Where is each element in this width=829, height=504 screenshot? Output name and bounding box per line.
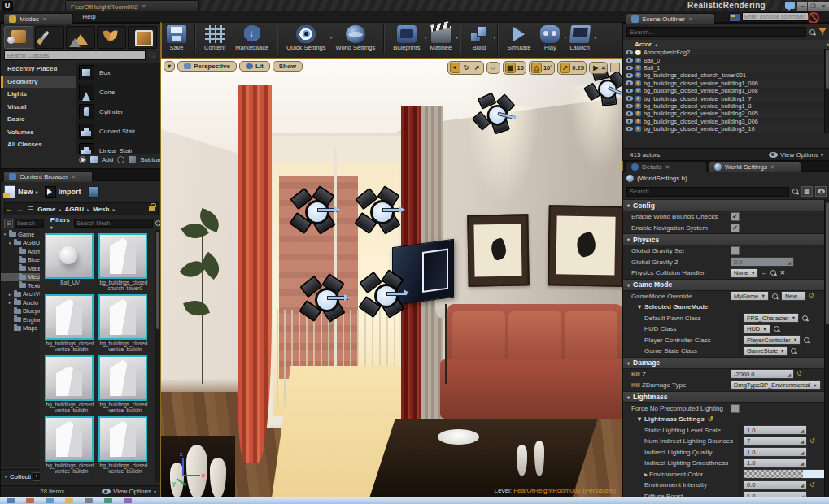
move-tool-icon[interactable]: + xyxy=(450,63,460,73)
breadcrumb-mesh[interactable]: Mesh xyxy=(93,206,109,213)
value-field[interactable]: 1.0◢ xyxy=(744,458,807,468)
feedback-bubble-icon[interactable] xyxy=(785,2,795,9)
modes-tab-close-icon[interactable]: ✕ xyxy=(42,16,47,23)
subsection-lightmass-settings[interactable]: ▾Lightmass Settings↺ xyxy=(623,414,824,425)
category-recently-placed[interactable]: Recently Placed xyxy=(1,63,76,76)
spinner-icon[interactable]: ◢ xyxy=(787,259,791,265)
filters-button[interactable]: Filters ▾ xyxy=(50,216,71,231)
actor-row[interactable]: Ball_1 xyxy=(623,64,824,72)
dropdown[interactable]: PlayerController▼ xyxy=(744,335,801,345)
placement-item-cone[interactable]: Cone xyxy=(76,82,161,102)
visibility-eye-icon[interactable] xyxy=(626,127,633,132)
modes-tab[interactable]: Modes ✕ xyxy=(3,13,73,24)
tree-item-maps[interactable]: Maps xyxy=(1,324,40,333)
build-button[interactable]: Build▾ xyxy=(465,24,494,52)
dropdown[interactable]: HUD▼ xyxy=(744,324,770,334)
visibility-eye-icon[interactable] xyxy=(626,50,633,55)
category-all-classes[interactable]: All Classes xyxy=(1,138,76,151)
value-field[interactable]: -2000.0◢ xyxy=(731,369,794,379)
tree-expander-icon[interactable]: ▾ xyxy=(2,232,7,237)
spotlight-sprite[interactable] xyxy=(304,278,348,319)
show-flags-button[interactable]: Show xyxy=(273,61,303,72)
browse-icon[interactable] xyxy=(771,293,779,300)
actor-row[interactable]: bg_buildings_closed_venice_building3_10 xyxy=(623,125,824,133)
foliage-mode-button[interactable] xyxy=(97,26,126,49)
dropdown[interactable]: MyGame▼ xyxy=(731,291,769,301)
launch-button[interactable]: Launch▾ xyxy=(565,24,595,52)
angle-snap-control[interactable]: △ 10° xyxy=(529,61,555,75)
content-button[interactable]: Content xyxy=(199,24,230,52)
asset-tile[interactable]: Ball_UV xyxy=(45,233,95,291)
viewport-scene[interactable] xyxy=(161,59,622,497)
placement-item-cylinder[interactable]: Cylinder xyxy=(76,102,161,121)
grid-snap-control[interactable]: ▦ 10 xyxy=(503,61,526,75)
tree-item-game[interactable]: ▾Game xyxy=(1,230,40,239)
save-button[interactable]: Save xyxy=(162,24,191,52)
view-mode-button[interactable]: Perspective xyxy=(177,61,237,72)
details-tab[interactable]: Details ✕ xyxy=(626,161,707,172)
spotlight-sprite[interactable] xyxy=(360,190,404,231)
section-header-damage[interactable]: ▾Damage xyxy=(623,357,824,369)
asset-tile[interactable]: bg_buildings_closed_venice_buildin xyxy=(45,355,95,413)
marketplace-button[interactable]: Marketplace xyxy=(230,24,273,52)
placement-item-linear-stair[interactable]: Linear Stair xyxy=(76,141,161,154)
actor-row[interactable]: Ball_0 xyxy=(623,56,824,63)
tree-item-archvis[interactable]: ▸ArchVis xyxy=(1,290,40,299)
browse-icon[interactable] xyxy=(773,325,780,332)
asset-tile[interactable]: bg_buildings_closed_venice_buildin xyxy=(98,355,149,413)
camera-speed-control[interactable]: ▶ 4 xyxy=(589,62,608,74)
actor-row[interactable]: bg_buildings_closed_venice_building1_8 xyxy=(623,102,824,110)
close-button[interactable]: ✕ xyxy=(818,2,829,11)
actor-row[interactable]: bg_buildings_closed_venice_building1_7 xyxy=(623,94,824,102)
visibility-eye-icon[interactable] xyxy=(626,89,633,93)
section-header-game-mode[interactable]: ▾Game Mode xyxy=(623,279,824,291)
console-command-input[interactable] xyxy=(742,12,809,21)
category-visual[interactable]: Visual xyxy=(1,101,76,114)
category-lights[interactable]: Lights xyxy=(1,88,76,101)
spinner-icon[interactable]: ◢ xyxy=(800,493,804,497)
section-header-physics[interactable]: ▾Physics xyxy=(623,233,824,245)
settings-scrollbar[interactable] xyxy=(824,199,829,497)
outliner-search-input[interactable] xyxy=(626,27,806,37)
category-basic[interactable]: Basic xyxy=(1,113,76,126)
section-header-lightmass[interactable]: ▾Lightmass xyxy=(623,391,824,403)
property-matrix-icon[interactable]: ▦ xyxy=(801,186,813,197)
spinner-icon[interactable]: ◢ xyxy=(800,460,804,466)
display-options-button[interactable] xyxy=(815,186,827,197)
path-tree-icon[interactable]: ☰ xyxy=(28,206,33,213)
spinner-icon[interactable]: ◢ xyxy=(787,371,791,377)
actor-row[interactable]: AtmosphericFog2 xyxy=(623,49,824,56)
tree-item-blueprints[interactable]: Blueprints xyxy=(1,256,40,265)
tree-expander-icon[interactable]: ▸ xyxy=(7,300,12,305)
asset-tile[interactable]: bg_buildings_closed_venice_buildin xyxy=(45,294,95,352)
spinner-icon[interactable]: ◢ xyxy=(800,428,804,433)
property-expander-icon[interactable]: ▸ xyxy=(644,471,648,478)
tree-expander-icon[interactable]: ▸ xyxy=(7,292,12,297)
reset-to-default-icon[interactable]: ↺ xyxy=(809,482,815,489)
tree-item-mesh[interactable]: Mesh xyxy=(1,273,40,282)
place-mode-button[interactable] xyxy=(4,26,33,49)
clear-icon[interactable]: ✕ xyxy=(779,270,785,276)
visibility-eye-icon[interactable] xyxy=(626,111,633,116)
matinee-button[interactable]: Matinee▾ xyxy=(425,24,457,52)
reset-to-default-icon[interactable]: ↺ xyxy=(809,438,815,445)
reset-to-default-icon[interactable]: ↺ xyxy=(796,371,802,377)
outliner-scrollbar[interactable] xyxy=(824,49,829,133)
category-geometry[interactable]: Geometry xyxy=(1,76,76,89)
reset-to-default-icon[interactable]: ↺ xyxy=(809,293,814,299)
tree-item-audio[interactable]: ▸Audio xyxy=(1,298,40,307)
coordinate-space-toggle[interactable]: ○ xyxy=(486,62,500,74)
viewport-options-button[interactable]: ▾ xyxy=(164,61,175,72)
section-header-config[interactable]: ▾Config xyxy=(623,199,824,211)
checkbox[interactable] xyxy=(731,246,740,255)
visibility-eye-icon[interactable] xyxy=(626,66,633,71)
tree-expander-icon[interactable]: ▾ xyxy=(7,241,12,245)
world-settings-tab[interactable]: World Settings ✕ xyxy=(709,161,801,172)
tab-close-icon[interactable]: ✕ xyxy=(142,3,146,10)
browse-icon[interactable] xyxy=(770,269,777,276)
dropdown[interactable]: GameState▼ xyxy=(744,346,788,356)
save-all-icon[interactable] xyxy=(88,186,99,198)
no-notifications-icon[interactable] xyxy=(808,12,819,24)
subsection-selected-gamemode[interactable]: ▾Selected GameMode xyxy=(623,302,824,313)
placement-item-curved-stair[interactable]: Curved Stair xyxy=(76,121,161,141)
